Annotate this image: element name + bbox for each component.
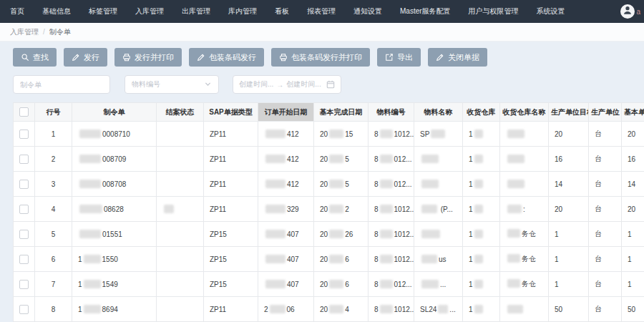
- toolbar-button-6[interactable]: 关闭单据: [428, 48, 487, 67]
- nav-item-3[interactable]: 入库管理: [135, 6, 164, 16]
- cell-close_status: [157, 147, 204, 172]
- redacted-text: [79, 180, 101, 188]
- col-header-prod_unit_target[interactable]: 生产单位目标...: [549, 103, 589, 122]
- cell-select: [14, 272, 35, 297]
- col-header-sap_doc_type[interactable]: SAP单据类型: [204, 103, 258, 122]
- nav-item-1[interactable]: 基础信息: [42, 6, 71, 16]
- table-row[interactable]: 10008710ZP11412201581012...SP120台20台: [14, 122, 644, 147]
- cell-close_status: [157, 247, 204, 272]
- col-header-material_name[interactable]: 物料名称: [414, 103, 463, 122]
- cell-material_no: 81012...: [369, 197, 414, 222]
- cell-base_unit_target: 20: [622, 122, 644, 147]
- row-checkbox[interactable]: [19, 155, 29, 164]
- cell-material_no: 8012...: [369, 172, 414, 197]
- material-no-select[interactable]: 物料编号: [125, 75, 219, 94]
- cell-sap_doc_type: ZP11: [204, 197, 258, 222]
- nav-item-8[interactable]: 通知设置: [353, 6, 382, 16]
- cell-material_name: us: [414, 247, 463, 272]
- col-header-material_no[interactable]: 物料编号: [369, 103, 414, 122]
- username-label: a: [636, 8, 640, 16]
- cell-material_name: SP: [414, 122, 463, 147]
- table-row[interactable]: 2008709ZP114122058012...116台16台1: [14, 147, 644, 172]
- button-label: 发行: [84, 52, 99, 63]
- nav-item-2[interactable]: 标签管理: [89, 6, 117, 16]
- col-header-order_no[interactable]: 制令单: [72, 103, 157, 122]
- table-row[interactable]: 711549ZP154072068012......1务仓1台1台1: [14, 272, 644, 297]
- cell-basic_finish_date: 2015: [314, 122, 369, 147]
- row-checkbox[interactable]: [19, 305, 29, 314]
- redacted-text: [164, 205, 174, 213]
- redacted-text: [329, 205, 343, 213]
- nav-item-7[interactable]: 报表管理: [307, 6, 336, 16]
- cell-prod_unit_target: 1: [549, 222, 589, 247]
- redacted-text: [507, 205, 522, 213]
- cell-receive_wh: 1: [463, 297, 500, 322]
- col-header-line_no[interactable]: 行号: [35, 103, 72, 122]
- redacted-text: [438, 305, 448, 313]
- nav-item-5[interactable]: 库内管理: [228, 6, 257, 16]
- cell-prod_unit_target: 50: [549, 297, 589, 322]
- toolbar-button-0[interactable]: 查找: [13, 48, 57, 67]
- row-checkbox[interactable]: [19, 130, 29, 139]
- edit-icon: [72, 53, 80, 62]
- col-header-order_start_date[interactable]: 订单开始日期: [258, 103, 314, 122]
- button-label: 包装条码发行: [209, 52, 256, 63]
- row-checkbox[interactable]: [19, 180, 29, 189]
- table-row[interactable]: 3008708ZP114122058012...114台14台1: [14, 172, 644, 197]
- row-checkbox[interactable]: [19, 230, 29, 239]
- cell-prod_unit_target: 16: [549, 147, 589, 172]
- user-avatar[interactable]: [620, 4, 635, 19]
- redacted-text: [507, 279, 520, 288]
- toolbar-button-4[interactable]: 包装条码发行并打印: [271, 48, 370, 67]
- toolbar: 查找发行发行并打印包装条码发行包装条码发行并打印导出关闭单据: [13, 48, 644, 67]
- cell-prod_unit_target: 1: [549, 272, 589, 297]
- col-header-base_unit_target[interactable]: 基本单位目标...: [622, 103, 644, 122]
- nav-item-0[interactable]: 首页: [10, 6, 24, 16]
- breadcrumb-section[interactable]: 入库管理: [10, 27, 39, 37]
- cell-receive_wh: 1: [463, 272, 500, 297]
- redacted-text: [329, 180, 343, 188]
- create-time-range-picker[interactable]: 创建时间... → 创建时间...: [233, 75, 341, 94]
- calendar-icon: [326, 80, 335, 89]
- redacted-text: [421, 205, 437, 213]
- main-content: 查找发行发行并打印包装条码发行包装条码发行并打印导出关闭单据 物料编号 创建时间…: [0, 42, 644, 322]
- nav-item-9[interactable]: Master服务配置: [400, 6, 451, 16]
- cell-order_start_date: 329: [258, 197, 314, 222]
- table-row[interactable]: 818694ZP1120620481012...SL24...150台50台1: [14, 297, 644, 322]
- button-label: 包装条码发行并打印: [291, 52, 362, 63]
- col-header-receive_wh[interactable]: 收货仓库: [463, 103, 500, 122]
- col-header-close_status[interactable]: 结案状态: [157, 103, 204, 122]
- cell-select: [14, 122, 35, 147]
- cell-order_start_date: 407: [258, 222, 314, 247]
- cell-basic_finish_date: 2026: [314, 222, 369, 247]
- cell-line_no: 5: [35, 222, 72, 247]
- nav-item-10[interactable]: 用户与权限管理: [469, 6, 519, 16]
- cell-material_name: (P...: [414, 197, 463, 222]
- nav-item-4[interactable]: 出库管理: [182, 6, 210, 16]
- toolbar-button-3[interactable]: 包装条码发行: [189, 48, 264, 67]
- col-header-basic_finish_date[interactable]: 基本完成日期: [314, 103, 369, 122]
- row-checkbox[interactable]: [19, 205, 29, 214]
- toolbar-button-5[interactable]: 导出: [377, 48, 421, 67]
- cell-prod_unit: 台: [589, 247, 622, 272]
- col-header-prod_unit[interactable]: 生产单位: [589, 103, 622, 122]
- redacted-text: [380, 280, 393, 288]
- select-all-checkbox[interactable]: [19, 107, 29, 117]
- table-row[interactable]: 611550ZP1540720681012...us1务仓1台1台1: [14, 247, 644, 272]
- cell-prod_unit_target: 20: [549, 122, 589, 147]
- order-no-input[interactable]: [13, 75, 110, 94]
- nav-item-11[interactable]: 系统设置: [537, 6, 565, 16]
- table-row[interactable]: 501551ZP15407202681012...1务仓1台1台1: [14, 222, 644, 247]
- cell-sap_doc_type: ZP11: [204, 172, 258, 197]
- order-table-wrap: 行号制令单结案状态SAP单据类型订单开始日期基本完成日期物料编号物料名称收货仓库…: [13, 102, 644, 322]
- col-header-receive_wh_name[interactable]: 收货仓库名称: [500, 103, 549, 122]
- edit-icon: [197, 53, 205, 62]
- redacted-text: [329, 255, 343, 263]
- toolbar-button-1[interactable]: 发行: [64, 48, 107, 67]
- table-row[interactable]: 408628ZP1132920281012... (P...1:20台20台: [14, 197, 644, 222]
- toolbar-button-2[interactable]: 发行并打印: [114, 48, 182, 67]
- row-checkbox[interactable]: [19, 280, 29, 289]
- nav-item-6[interactable]: 看板: [275, 6, 289, 16]
- cell-material_no: 8012...: [369, 272, 414, 297]
- row-checkbox[interactable]: [19, 255, 29, 264]
